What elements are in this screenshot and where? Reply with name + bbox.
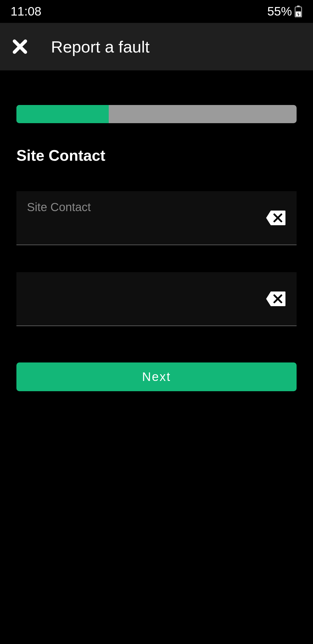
battery-percent: 55%	[267, 4, 292, 18]
battery-icon	[294, 6, 302, 17]
status-right: 55%	[267, 4, 302, 18]
site-contact-input[interactable]	[27, 216, 286, 231]
clear-input-icon[interactable]	[266, 210, 286, 226]
status-time: 11:08	[11, 4, 41, 18]
page-title: Report a fault	[51, 37, 149, 56]
second-input[interactable]	[27, 297, 286, 312]
app-bar: Report a fault	[0, 23, 313, 70]
site-contact-input-container[interactable]: Site Contact	[16, 191, 297, 245]
clear-input-icon[interactable]	[266, 291, 286, 307]
site-contact-label: Site Contact	[27, 201, 91, 214]
status-bar: 11:08 55%	[0, 0, 313, 23]
content-area: Site Contact Site Contact Next	[0, 70, 313, 391]
progress-fill	[16, 105, 109, 123]
second-field-group	[16, 272, 297, 326]
progress-bar	[16, 105, 297, 123]
second-input-container[interactable]	[16, 272, 297, 326]
site-contact-field-group: Site Contact	[16, 191, 297, 245]
next-button[interactable]: Next	[16, 362, 297, 391]
close-icon[interactable]	[12, 38, 28, 55]
section-title: Site Contact	[16, 147, 297, 164]
